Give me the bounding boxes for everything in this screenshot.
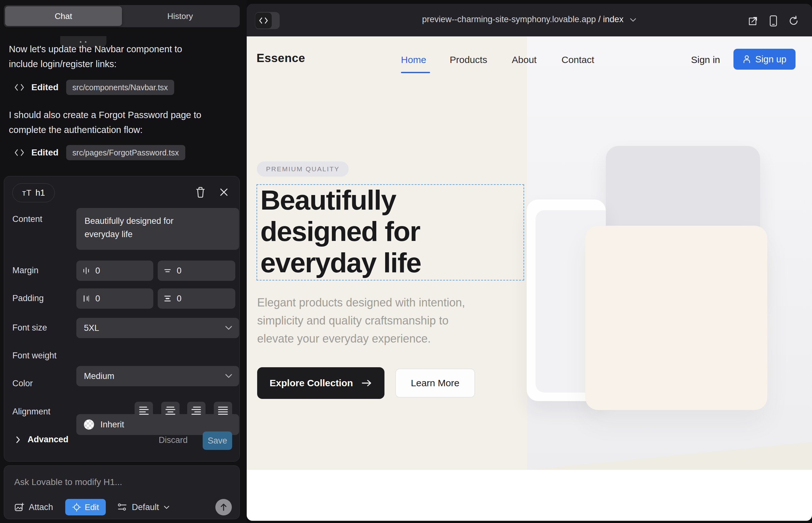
code-icon <box>14 83 24 91</box>
padding-y-input[interactable]: 0 <box>158 288 235 309</box>
paragraph-line: elevate your everyday experience. <box>257 329 465 348</box>
sign-in-link[interactable]: Sign in <box>691 54 720 65</box>
url-bar[interactable]: preview--charming-site-symphony.lovable.… <box>247 15 812 24</box>
learn-more-button[interactable]: Learn More <box>395 368 475 398</box>
padding-x-input[interactable]: 0 <box>76 288 153 309</box>
align-left-button[interactable] <box>135 402 153 419</box>
align-center-icon <box>165 406 176 415</box>
tab-chat[interactable]: Chat <box>5 6 122 26</box>
delete-element-button[interactable] <box>194 185 208 199</box>
close-icon <box>219 188 228 197</box>
assistant-message: I should also create a Forgot Password p… <box>9 108 231 138</box>
selected-h1-element[interactable]: Beautifully designed for everyday life <box>257 184 524 281</box>
edited-label: Edited <box>31 147 58 158</box>
padding-y-value: 0 <box>177 294 181 304</box>
font-weight-label: Font weight <box>12 351 57 361</box>
font-size-select[interactable]: 5XL <box>76 318 239 338</box>
content-line: Beautifully designed for <box>85 214 231 228</box>
arrow-up-icon <box>220 503 227 511</box>
align-right-button[interactable] <box>187 402 206 419</box>
advanced-label: Advanced <box>28 435 68 445</box>
open-in-new-tab-button[interactable] <box>747 15 759 26</box>
nav-link-contact[interactable]: Contact <box>562 54 594 65</box>
browser-actions <box>747 15 799 26</box>
element-editor-panel: тT h1 Content Beautifully designed for e… <box>4 176 240 462</box>
advanced-toggle[interactable]: Advanced <box>16 435 68 445</box>
hero-paragraph: Elegant products designed with intention… <box>257 293 465 348</box>
color-value: Inherit <box>100 420 124 430</box>
margin-y-value: 0 <box>177 266 181 276</box>
edited-file-chip[interactable]: src/pages/ForgotPassword.tsx <box>66 145 185 160</box>
mobile-view-button[interactable] <box>768 15 779 26</box>
chat-history-tabbar: Chat History <box>4 5 240 27</box>
default-mode-selector[interactable]: Default <box>117 502 170 512</box>
chat-sidebar: Chat History Now let's update the Navbar… <box>0 0 247 523</box>
heading-line: designed for <box>260 216 421 247</box>
font-weight-value: Medium <box>84 371 114 381</box>
padding-vertical-icon <box>163 294 172 303</box>
edited-file-row: Edited src/pages/ForgotPassword.tsx <box>14 145 185 160</box>
align-justify-icon <box>217 406 228 415</box>
color-swatch <box>84 419 94 430</box>
margin-y-input[interactable]: 0 <box>158 260 235 281</box>
nav-link-home[interactable]: Home <box>401 54 426 65</box>
edit-mode-button[interactable]: Edit <box>65 499 106 516</box>
nav-link-products[interactable]: Products <box>450 54 487 65</box>
edited-label: Edited <box>31 82 58 92</box>
hero-cream-shape <box>585 226 767 410</box>
default-label: Default <box>132 502 159 512</box>
tab-history[interactable]: History <box>122 6 239 26</box>
site-viewport: Essence Home Products About Contact Sign… <box>247 36 812 521</box>
refresh-icon <box>788 16 799 26</box>
external-link-icon <box>748 16 758 26</box>
attach-image-icon <box>14 502 24 512</box>
paragraph-line: simplicity and quality craftsmanship to <box>257 311 465 329</box>
explore-collection-label: Explore Collection <box>269 378 353 389</box>
margin-label: Margin <box>12 266 39 275</box>
assistant-message: Now let's update the Navbar component to… <box>9 42 231 72</box>
site-logo[interactable]: Essence <box>257 52 305 65</box>
target-icon <box>72 503 81 511</box>
trash-icon <box>195 186 206 198</box>
url-page: index <box>603 15 623 24</box>
font-size-label: Font size <box>12 323 47 333</box>
preview-browser-window: preview--charming-site-symphony.lovable.… <box>247 4 812 521</box>
arrow-right-icon <box>361 379 372 387</box>
sign-up-button[interactable]: Sign up <box>734 49 796 70</box>
message-line: complete the authentication flow: <box>9 123 231 138</box>
url-host: preview--charming-site-symphony.lovable.… <box>422 15 596 24</box>
explore-collection-button[interactable]: Explore Collection <box>257 367 385 399</box>
refresh-button[interactable] <box>788 15 799 26</box>
type-icon: тT <box>22 188 32 198</box>
nav-link-about[interactable]: About <box>512 54 536 65</box>
element-type-pill[interactable]: тT h1 <box>12 183 55 202</box>
attach-button[interactable]: Attach <box>14 502 53 512</box>
chevron-down-icon <box>630 18 637 22</box>
edited-file-row: Edited src/components/Navbar.tsx <box>14 80 174 95</box>
mobile-device-icon <box>769 15 777 26</box>
align-left-icon <box>138 406 149 415</box>
close-panel-button[interactable] <box>217 185 231 199</box>
save-button[interactable]: Save <box>203 432 232 450</box>
margin-vertical-icon <box>163 267 172 275</box>
font-size-value: 5XL <box>84 323 99 333</box>
chat-composer[interactable]: Ask Lovable to modify H1... Attach Edit <box>4 465 240 519</box>
font-weight-select[interactable]: Medium <box>76 366 239 386</box>
composer-toolbar: Attach Edit Default <box>14 499 232 516</box>
discard-button[interactable]: Discard <box>159 435 188 445</box>
align-center-button[interactable] <box>161 402 180 419</box>
margin-horizontal-icon <box>82 267 90 275</box>
attach-label: Attach <box>29 502 53 512</box>
sliders-icon <box>117 502 127 512</box>
content-input[interactable]: Beautifully designed for everyday life <box>76 208 239 250</box>
sign-up-label: Sign up <box>755 54 786 65</box>
edited-file-chip[interactable]: src/components/Navbar.tsx <box>66 80 175 95</box>
edit-label: Edit <box>85 502 99 512</box>
align-justify-button[interactable] <box>214 402 232 419</box>
premium-quality-badge: PREMIUM QUALITY <box>257 161 349 177</box>
user-icon <box>743 55 751 64</box>
send-button[interactable] <box>215 499 232 516</box>
content-line: everyday life <box>85 228 231 241</box>
chevron-right-icon <box>16 436 21 444</box>
margin-x-input[interactable]: 0 <box>76 260 153 281</box>
